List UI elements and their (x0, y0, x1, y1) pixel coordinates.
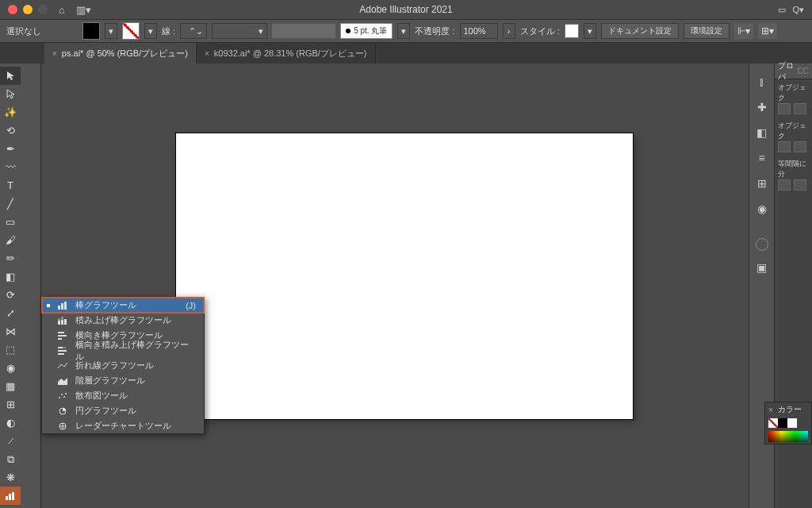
panel-tabs[interactable]: プロパ CC (775, 64, 812, 79)
free-transform-tool[interactable]: ⬚ (0, 341, 21, 359)
fill-swatch[interactable] (82, 22, 100, 40)
lasso-tool[interactable]: ⟲ (0, 121, 21, 140)
close-panel-icon[interactable]: × (768, 406, 773, 414)
flyout-item-stacked-bar[interactable]: 横向き積み上げ棒グラフツール (42, 343, 204, 358)
opacity-dropdown[interactable]: › (503, 23, 515, 39)
symbols-icon[interactable]: ⊞ (753, 175, 771, 192)
shape-builder-tool[interactable]: ◉ (0, 359, 21, 377)
blend-tool[interactable]: ⧉ (0, 450, 21, 468)
width-tool[interactable]: ⋈ (0, 322, 21, 341)
layers-icon[interactable]: ▣ (753, 259, 771, 276)
close-window[interactable] (8, 5, 17, 14)
flyout-shortcut: (J) (186, 301, 196, 310)
mesh-tool[interactable]: ⊞ (0, 395, 21, 414)
eyedropper-tool[interactable]: ⟋ (0, 432, 21, 450)
symbol-sprayer-tool[interactable]: ❋ (0, 468, 21, 487)
gradient-tool[interactable]: ◐ (0, 414, 21, 432)
dist-btn[interactable] (778, 179, 791, 190)
transform-icon[interactable]: ⊞▾ (758, 23, 777, 39)
brush-select[interactable]: 5 pt. 丸筆 (340, 23, 393, 39)
libraries-icon[interactable]: ✚ (753, 98, 771, 116)
stroke-dropdown[interactable]: ▾ (144, 23, 157, 39)
direct-selection-tool[interactable] (0, 85, 21, 103)
brush-dropdown[interactable]: ▾ (397, 23, 410, 39)
flyout-label: 棒グラフツール (75, 299, 136, 311)
svg-rect-11 (58, 332, 64, 333)
brush-preview[interactable] (272, 24, 335, 38)
svg-marker-18 (58, 378, 67, 385)
search-icon[interactable]: Q▾ (792, 5, 804, 15)
close-tab-icon[interactable]: × (52, 49, 57, 58)
doc-tab-inactive[interactable]: × k0932.ai* @ 28.31% (RGB/プレビュー) (197, 43, 376, 64)
prefs-button[interactable]: 環境設定 (684, 23, 730, 39)
type-tool[interactable]: T (0, 176, 21, 194)
flyout-label: 円グラフツール (75, 405, 136, 417)
curvature-tool[interactable]: 〰 (0, 158, 21, 176)
white-swatch[interactable] (787, 418, 797, 428)
flyout-label: 横向き積み上げ棒グラフツール (75, 339, 196, 363)
doc-setup-button[interactable]: ドキュメント設定 (601, 23, 679, 39)
appearance-icon[interactable]: ◉ (753, 200, 771, 217)
artboard-tool[interactable]: ⬚ (0, 505, 21, 508)
flyout-item-stacked-column[interactable]: 積み上げ棒グラフツール (42, 313, 204, 328)
magic-wand-tool[interactable]: ✨ (0, 103, 21, 121)
toolbox: ✨ ⟲ ✒ 〰 T ╱ ▭ 🖌 ✏ ◧ ⟳ ⤢ ⋈ ⬚ ◉ ▦ ⊞ ◐ ⟋ ⧉ … (0, 64, 41, 508)
none-swatch[interactable] (768, 418, 778, 428)
flyout-item-area[interactable]: 階層グラフツール (42, 373, 204, 388)
align-btn[interactable] (778, 103, 791, 114)
color-spectrum[interactable] (768, 431, 808, 442)
brushes-icon[interactable]: ≡ (753, 149, 771, 167)
graph-tool[interactable] (0, 487, 21, 505)
flyout-item-radar[interactable]: レーダーチャートツール (42, 418, 204, 433)
style-swatch[interactable] (565, 24, 579, 38)
doc-tab-active[interactable]: × ps.ai* @ 50% (RGB/プレビュー) (44, 43, 197, 64)
rectangle-tool[interactable]: ▭ (0, 213, 21, 231)
home-icon[interactable]: ⌂ (59, 4, 65, 16)
shaper-tool[interactable]: ✏ (0, 249, 21, 267)
stroke-weight[interactable]: ⌃⌄ (180, 23, 207, 39)
arrange-icon[interactable]: ▥▾ (76, 4, 91, 16)
artboard[interactable] (176, 133, 633, 419)
workspace-icon[interactable]: ▭ (778, 5, 786, 15)
svg-rect-17 (58, 353, 64, 355)
align-icon[interactable]: ⊩▾ (734, 23, 753, 39)
canvas-area[interactable] (41, 64, 749, 508)
minimize-window[interactable] (23, 5, 33, 14)
fill-dropdown[interactable]: ▾ (105, 23, 117, 39)
stacked-bar-icon (56, 347, 69, 355)
line-tool[interactable]: ╱ (0, 194, 21, 213)
tab-cc[interactable]: CC (798, 67, 809, 75)
flyout-item-pie[interactable]: 円グラフツール (42, 403, 204, 418)
align-btn[interactable] (794, 141, 806, 152)
color-guide-icon[interactable] (756, 238, 768, 251)
flyout-item-column-graph[interactable]: 棒グラフツール (J) (42, 298, 204, 313)
control-bar: 選択なし ▾ ▾ 線 : ⌃⌄ ▾ 5 pt. 丸筆 ▾ 不透明度 : 100%… (0, 19, 812, 43)
perspective-tool[interactable]: ▦ (0, 377, 21, 395)
graph-tool-flyout: 棒グラフツール (J) 積み上げ棒グラフツール 横向き棒グラフツール 横向き積み… (41, 297, 205, 434)
align-btn[interactable] (778, 141, 791, 152)
black-swatch[interactable] (778, 418, 787, 428)
paintbrush-tool[interactable]: 🖌 (0, 231, 21, 249)
swatches-icon[interactable]: ◧ (753, 124, 771, 141)
rotate-tool[interactable]: ⟳ (0, 286, 21, 304)
svg-rect-10 (64, 319, 67, 325)
brush-label: 5 pt. 丸筆 (354, 25, 387, 37)
align-btn[interactable] (794, 103, 806, 114)
svg-rect-3 (58, 306, 60, 310)
tab-properties[interactable]: プロパ (778, 60, 795, 83)
color-tab-label[interactable]: カラー (778, 404, 802, 415)
close-tab-icon[interactable]: × (205, 49, 209, 58)
eraser-tool[interactable]: ◧ (0, 267, 21, 286)
stroke-swatch[interactable] (122, 22, 140, 40)
opacity-value[interactable]: 100% (460, 23, 498, 39)
svg-rect-9 (61, 317, 63, 320)
pen-tool[interactable]: ✒ (0, 140, 21, 158)
panel-icon[interactable]: ⫿ (753, 73, 771, 90)
selection-tool[interactable] (0, 67, 21, 85)
scale-tool[interactable]: ⤢ (0, 304, 21, 322)
dist-btn[interactable] (794, 179, 806, 190)
maximize-window[interactable] (38, 5, 48, 14)
stroke-profile[interactable]: ▾ (212, 23, 267, 39)
flyout-item-scatter[interactable]: 散布図ツール (42, 388, 204, 403)
style-dropdown[interactable]: ▾ (584, 23, 596, 39)
